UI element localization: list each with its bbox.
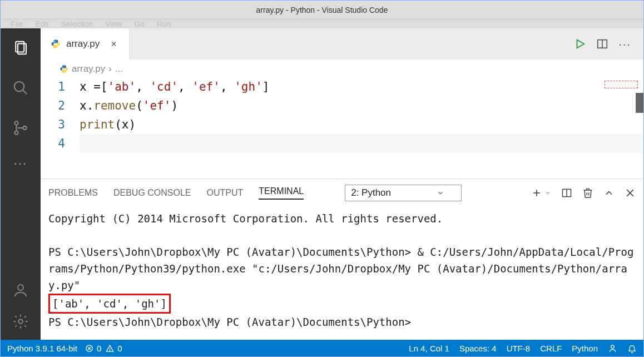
- search-icon[interactable]: [12, 80, 29, 96]
- breadcrumb-sep: ›: [108, 63, 112, 75]
- menu-go[interactable]: Go: [134, 19, 145, 28]
- bell-icon[interactable]: [627, 344, 637, 353]
- status-bar: Python 3.9.1 64-bit 0 0 Ln 4, Col 1 Spac…: [1, 340, 643, 356]
- settings-gear-icon[interactable]: [12, 313, 29, 330]
- code-editor[interactable]: 1 2 3 4 x =['ab', 'cd', 'ef', 'gh']x.rem…: [41, 76, 643, 178]
- tab-problems[interactable]: PROBLEMS: [48, 188, 98, 198]
- line-number: 3: [41, 115, 65, 134]
- status-python-version[interactable]: Python 3.9.1 64-bit: [7, 344, 77, 353]
- status-errors[interactable]: 0: [85, 344, 101, 353]
- status-warnings[interactable]: 0: [106, 344, 122, 353]
- window-title: array.py - Python - Visual Studio Code: [256, 6, 388, 14]
- python-file-icon: [51, 39, 61, 49]
- activity-overflow-icon[interactable]: ···: [14, 156, 27, 171]
- split-terminal-icon[interactable]: [561, 187, 572, 199]
- line-number: 4: [41, 134, 65, 153]
- menu-run[interactable]: Run: [157, 19, 171, 28]
- trash-icon[interactable]: [582, 187, 593, 199]
- split-editor-icon[interactable]: [596, 38, 608, 50]
- breadcrumb[interactable]: array.py › ...: [41, 60, 643, 76]
- code-content[interactable]: x =['ab', 'cd', 'ef', 'gh']x.remove('ef'…: [80, 77, 643, 178]
- editor-more-icon[interactable]: ···: [618, 38, 631, 51]
- scrollbar-thumb[interactable]: [636, 93, 643, 113]
- titlebar: array.py - Python - Visual Studio Code: [1, 1, 643, 19]
- svg-point-23: [611, 345, 615, 348]
- activity-bar: ···: [1, 28, 41, 340]
- tab-bar: array.py × ···: [41, 28, 643, 60]
- feedback-icon[interactable]: [608, 344, 617, 353]
- minimap[interactable]: [605, 81, 638, 88]
- menu-file[interactable]: File: [11, 19, 23, 28]
- menu-selection[interactable]: Selection: [61, 19, 93, 28]
- source-control-icon[interactable]: [12, 120, 29, 136]
- menu-edit[interactable]: Edit: [36, 19, 49, 28]
- svg-point-2: [14, 82, 24, 92]
- tab-terminal[interactable]: TERMINAL: [259, 186, 304, 200]
- explorer-icon[interactable]: [12, 39, 29, 56]
- status-encoding[interactable]: UTF-8: [507, 344, 531, 353]
- status-cursor-pos[interactable]: Ln 4, Col 1: [409, 344, 449, 353]
- line-number: 2: [41, 96, 65, 115]
- line-number: 1: [41, 77, 65, 96]
- status-indentation[interactable]: Spaces: 4: [459, 344, 497, 353]
- tab-close-icon[interactable]: ×: [111, 38, 117, 50]
- status-warning-count: 0: [117, 344, 122, 353]
- new-terminal-icon[interactable]: [531, 187, 542, 199]
- svg-point-8: [18, 319, 23, 324]
- svg-line-3: [23, 90, 27, 95]
- tab-filename: array.py: [66, 38, 100, 49]
- svg-point-5: [14, 131, 18, 135]
- terminal-highlighted-output: ['ab', 'cd', 'gh']: [48, 294, 171, 314]
- status-eol[interactable]: CRLF: [540, 344, 562, 353]
- menubar: File Edit Selection View Go Run: [1, 19, 643, 28]
- svg-point-22: [110, 350, 110, 350]
- chevron-up-icon[interactable]: [603, 187, 615, 199]
- tab-debug-console[interactable]: DEBUG CONSOLE: [113, 188, 191, 198]
- run-button[interactable]: [574, 38, 586, 50]
- line-gutter: 1 2 3 4: [41, 77, 80, 178]
- tab-array-py[interactable]: array.py ×: [41, 28, 130, 60]
- terminal-output[interactable]: Copyright (C) 2014 Microsoft Corporation…: [41, 207, 643, 340]
- terminal-line: PS C:\Users\John\Dropbox\My PC (Avatar)\…: [48, 316, 411, 328]
- svg-point-6: [23, 126, 26, 130]
- terminal-line: Copyright (C) 2014 Microsoft Corporation…: [48, 212, 443, 225]
- breadcrumb-file: array.py: [72, 63, 105, 75]
- python-file-icon: [60, 65, 68, 73]
- svg-point-7: [18, 285, 23, 290]
- svg-marker-9: [577, 40, 584, 48]
- breadcrumb-more: ...: [115, 63, 123, 75]
- close-panel-icon[interactable]: [625, 187, 636, 199]
- svg-point-4: [14, 121, 18, 125]
- bottom-panel: PROBLEMS DEBUG CONSOLE OUTPUT TERMINAL 2…: [41, 178, 643, 340]
- tab-output[interactable]: OUTPUT: [207, 188, 244, 198]
- terminal-picker[interactable]: 2: Python: [345, 185, 462, 201]
- account-icon[interactable]: [12, 282, 29, 299]
- chevron-down-icon[interactable]: [544, 190, 551, 196]
- status-language[interactable]: Python: [572, 344, 598, 353]
- menu-view[interactable]: View: [105, 19, 122, 28]
- status-error-count: 0: [97, 344, 101, 353]
- terminal-picker-label: 2: Python: [351, 187, 391, 199]
- terminal-line: PS C:\Users\John\Dropbox\My PC (Avatar)\…: [48, 246, 633, 291]
- chevron-down-icon: [437, 189, 444, 197]
